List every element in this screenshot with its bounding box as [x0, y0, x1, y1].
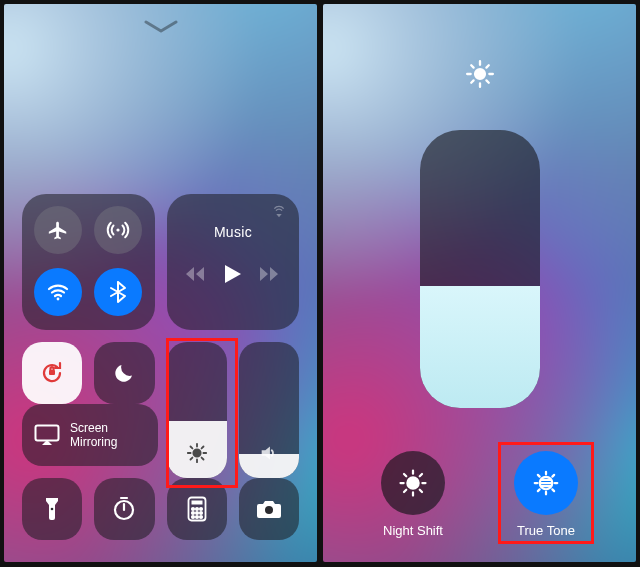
flashlight-button[interactable]	[22, 478, 82, 540]
orientation-lock-toggle[interactable]	[22, 342, 82, 404]
orientation-lock-icon	[38, 359, 66, 387]
calculator-button[interactable]	[167, 478, 227, 540]
brightness-slider[interactable]	[167, 342, 227, 478]
cellular-data-toggle[interactable]	[94, 206, 142, 254]
bluetooth-toggle[interactable]	[94, 268, 142, 316]
moon-icon	[112, 361, 136, 385]
timer-button[interactable]	[94, 478, 154, 540]
volume-slider[interactable]	[239, 342, 299, 478]
svg-rect-4	[36, 426, 59, 441]
airplane-mode-toggle[interactable]	[34, 206, 82, 254]
svg-point-20	[407, 477, 418, 488]
play-icon[interactable]	[224, 264, 242, 284]
chevron-down-icon[interactable]	[144, 20, 178, 34]
wifi-toggle[interactable]	[34, 268, 82, 316]
true-tone-icon	[531, 468, 561, 498]
brightness-icon	[186, 442, 208, 464]
brightness-expanded-pane: Night Shift True Tone	[323, 4, 636, 562]
next-track-icon[interactable]	[260, 266, 280, 282]
camera-icon	[256, 498, 282, 520]
svg-point-16	[195, 516, 197, 518]
night-shift-label: Night Shift	[383, 523, 443, 538]
svg-point-3	[193, 449, 200, 456]
media-title: Music	[214, 224, 252, 240]
svg-point-13	[195, 512, 197, 514]
svg-point-1	[57, 298, 60, 301]
camera-button[interactable]	[239, 478, 299, 540]
airplane-icon	[47, 219, 69, 241]
airplay-audio-icon	[271, 204, 287, 220]
svg-point-12	[191, 512, 193, 514]
night-shift-icon	[398, 468, 428, 498]
svg-point-0	[117, 228, 120, 231]
calculator-icon	[187, 496, 207, 522]
svg-point-10	[195, 508, 197, 510]
cellular-icon	[106, 218, 130, 242]
flashlight-icon	[44, 496, 60, 522]
connectivity-tile[interactable]	[22, 194, 155, 330]
brightness-slider[interactable]	[420, 130, 540, 408]
screen-mirroring-tile[interactable]: Screen Mirroring	[22, 404, 158, 466]
bluetooth-icon	[108, 280, 128, 304]
svg-point-14	[199, 512, 201, 514]
wifi-icon	[46, 280, 70, 304]
svg-point-19	[475, 69, 485, 79]
timer-icon	[111, 496, 137, 522]
svg-point-11	[199, 508, 201, 510]
volume-icon	[258, 442, 280, 464]
true-tone-label: True Tone	[517, 523, 575, 538]
screen-mirroring-icon	[34, 424, 60, 446]
previous-track-icon[interactable]	[186, 266, 206, 282]
screen-mirroring-label: Screen Mirroring	[70, 421, 117, 449]
brightness-icon	[466, 60, 494, 88]
svg-rect-8	[191, 501, 202, 505]
svg-point-9	[191, 508, 193, 510]
night-shift-toggle[interactable]: Night Shift	[381, 451, 445, 538]
control-center-pane: Music	[4, 4, 317, 562]
do-not-disturb-toggle[interactable]	[94, 342, 154, 404]
svg-point-15	[191, 516, 193, 518]
svg-point-5	[51, 508, 54, 511]
svg-point-17	[199, 516, 201, 518]
media-tile[interactable]: Music	[167, 194, 299, 330]
true-tone-toggle[interactable]: True Tone	[514, 451, 578, 538]
svg-point-18	[265, 506, 273, 514]
